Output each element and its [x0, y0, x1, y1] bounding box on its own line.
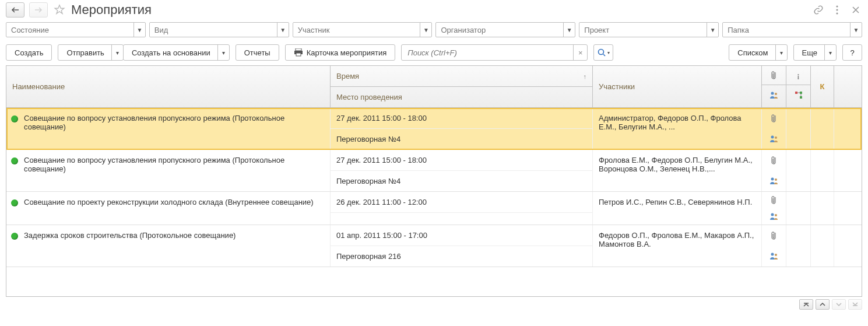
titlebar: Мероприятия: [0, 0, 868, 20]
cell-name: Совещание по вопросу установления пропус…: [6, 108, 331, 149]
chevron-down-icon[interactable]: ▼: [133, 23, 145, 37]
cell-time-place: 27 дек. 2011 15:00 - 18:00Переговорная №…: [331, 108, 593, 149]
help-button[interactable]: ?: [842, 44, 862, 61]
status-dot-icon: [11, 157, 18, 164]
people-icon: [769, 91, 779, 99]
row-name-text: Совещание по вопросу установления пропус…: [24, 114, 324, 143]
filter-type[interactable]: ▼: [149, 22, 289, 37]
cell-flag: [786, 150, 811, 191]
col-header-place[interactable]: Место проведения: [331, 87, 592, 107]
chevron-down-icon[interactable]: ▼: [563, 23, 575, 37]
chevron-down-icon[interactable]: ▼: [707, 23, 718, 37]
chevron-down-icon[interactable]: ▾: [217, 45, 229, 60]
cell-k: [811, 150, 834, 191]
svg-rect-9: [795, 92, 797, 94]
event-card-button[interactable]: Карточка мероприятия: [285, 44, 396, 61]
paperclip-icon: [762, 150, 786, 171]
cell-participants: Петров И.С., Репин С.В., Северянинов Н.П…: [593, 192, 762, 225]
scroll-up-button[interactable]: [816, 299, 830, 310]
data-grid: Наименование Время↑ Место проведения Уча…: [6, 65, 862, 297]
row-time-text: 27 дек. 2011 15:00 - 18:00: [331, 150, 592, 171]
more-button[interactable]: Еще▾: [793, 44, 837, 61]
link-icon[interactable]: [812, 3, 825, 16]
table-row[interactable]: Задержка сроков строительства (Протоколь…: [6, 225, 862, 267]
chevron-down-icon[interactable]: ▼: [850, 23, 862, 37]
filter-status-input[interactable]: [6, 26, 133, 34]
cell-attach: [762, 150, 786, 191]
col-header-participants[interactable]: Участники: [593, 66, 762, 107]
col-header-time[interactable]: Время↑: [331, 66, 592, 87]
cell-participants: Администратор, Федоров О.П., Фролова Е.М…: [593, 108, 762, 149]
row-time-text: 01 апр. 2011 15:00 - 17:00: [331, 225, 592, 246]
filter-organizer-input[interactable]: [436, 26, 563, 34]
cell-attach: [762, 192, 786, 225]
send-button[interactable]: Отправить▾: [58, 44, 123, 61]
create-button[interactable]: Создать: [6, 44, 52, 61]
create-based-button[interactable]: Создать на основании▾: [123, 44, 230, 61]
reports-button[interactable]: Отчеты: [236, 44, 279, 61]
printer-icon: [294, 48, 303, 57]
search-box: ×: [401, 44, 588, 61]
svg-point-18: [771, 253, 774, 256]
filter-type-input[interactable]: [150, 26, 277, 34]
create-label: Создать: [15, 48, 43, 57]
cell-flag: [786, 225, 811, 267]
col-header-name[interactable]: Наименование: [6, 66, 331, 107]
people-icon: [762, 246, 786, 267]
chevron-down-icon[interactable]: ▾: [824, 45, 836, 60]
row-name-text: Совещание по вопросу установления пропус…: [24, 156, 324, 185]
table-row[interactable]: Совещание по вопросу установления пропус…: [6, 150, 862, 192]
chevron-down-icon[interactable]: ▼: [277, 23, 289, 37]
col-header-time-place: Время↑ Место проведения: [331, 66, 593, 107]
cell-time-place: 01 апр. 2011 15:00 - 17:00Переговорная 2…: [331, 225, 593, 267]
close-icon[interactable]: [849, 3, 862, 16]
search-button[interactable]: ▾: [593, 44, 613, 61]
table-row[interactable]: Совещание по вопросу установления пропус…: [6, 108, 862, 150]
chevron-down-icon[interactable]: ▾: [111, 45, 123, 60]
scroll-bottom-button[interactable]: [848, 299, 862, 310]
col-header-flag[interactable]: ¡: [786, 66, 811, 107]
help-label: ?: [850, 48, 854, 57]
search-clear-button[interactable]: ×: [573, 45, 587, 60]
svg-point-6: [598, 50, 603, 55]
svg-point-2: [836, 12, 838, 14]
favorite-star-icon[interactable]: [52, 3, 66, 17]
scroll-top-button[interactable]: [799, 299, 813, 310]
chevron-down-icon[interactable]: ▾: [775, 45, 787, 60]
cell-name: Совещание по вопросу установления пропус…: [6, 150, 331, 191]
filter-participant[interactable]: ▼: [293, 22, 433, 37]
svg-point-17: [775, 214, 777, 216]
row-place-text: [331, 213, 592, 225]
grid-footer: [6, 267, 862, 296]
filter-project-input[interactable]: [579, 26, 707, 34]
filter-project[interactable]: ▼: [579, 22, 719, 37]
paperclip-icon: [762, 225, 786, 246]
svg-rect-3: [296, 48, 301, 51]
more-label: Еще: [802, 48, 817, 57]
row-place-text: Переговорная №4: [331, 129, 592, 149]
filter-status[interactable]: ▼: [6, 22, 146, 37]
paperclip-icon: [762, 108, 786, 129]
cell-participants: Фролова Е.М., Федоров О.П., Белугин М.А.…: [593, 150, 762, 191]
row-time-text: 27 дек. 2011 15:00 - 18:00: [331, 108, 592, 129]
people-icon: [762, 129, 786, 150]
nav-back-button[interactable]: [6, 2, 24, 17]
filter-participant-input[interactable]: [293, 26, 420, 34]
filter-folder[interactable]: ▼: [722, 22, 862, 37]
cell-participants: Федоров О.П., Фролова Е.М., Макаров А.П.…: [593, 225, 762, 267]
list-view-button[interactable]: Списком▾: [729, 44, 787, 61]
filter-organizer[interactable]: ▼: [435, 22, 575, 37]
nav-forward-button[interactable]: [29, 2, 48, 17]
row-name-text: Задержка сроков строительства (Протоколь…: [24, 231, 236, 261]
chevron-down-icon[interactable]: ▼: [420, 23, 431, 37]
svg-point-13: [775, 136, 777, 139]
svg-point-16: [771, 213, 774, 216]
table-row[interactable]: Совещание по проекту реконструкции холод…: [6, 192, 862, 225]
scroll-down-button[interactable]: [832, 299, 846, 310]
col-header-k[interactable]: К: [811, 66, 834, 107]
kebab-menu-icon[interactable]: [831, 3, 844, 16]
filter-folder-input[interactable]: [723, 26, 850, 34]
col-header-attach[interactable]: [762, 66, 786, 107]
svg-point-15: [775, 178, 777, 181]
search-input[interactable]: [402, 48, 573, 57]
